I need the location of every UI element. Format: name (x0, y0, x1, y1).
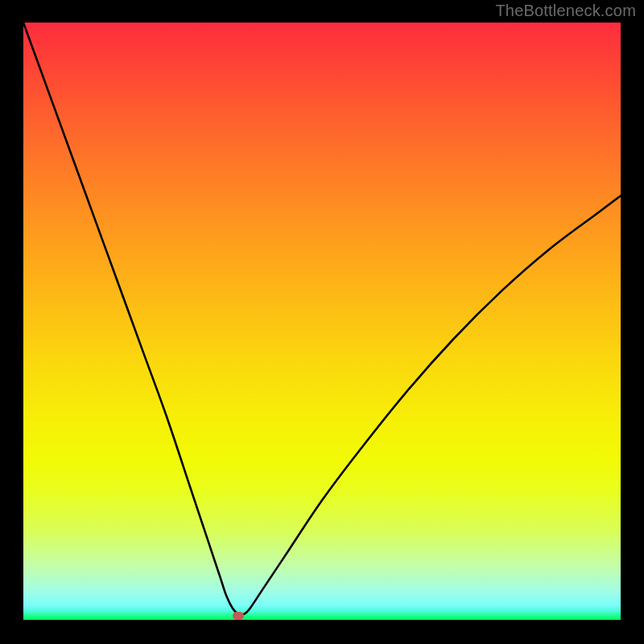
minimum-marker (233, 612, 244, 620)
chart-frame: TheBottleneck.com (0, 0, 644, 644)
watermark-text: TheBottleneck.com (495, 2, 636, 20)
plot-area (23, 23, 621, 620)
bottleneck-curve (23, 23, 621, 620)
